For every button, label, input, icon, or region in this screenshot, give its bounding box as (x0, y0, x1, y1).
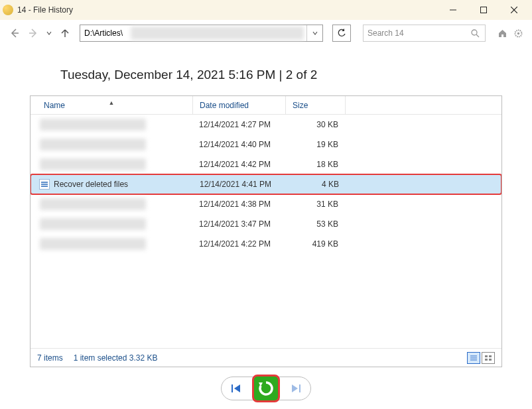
up-button[interactable] (58, 27, 72, 40)
file-name-redacted (40, 238, 146, 250)
table-row[interactable]: 12/14/2021 3:47 PM53 KB (31, 214, 501, 234)
table-row[interactable]: 12/14/2021 4:22 PM419 KB (31, 234, 501, 254)
file-size: 18 KB (285, 160, 345, 169)
svg-rect-14 (489, 355, 492, 357)
file-date: 12/14/2021 4:40 PM (192, 140, 285, 149)
chevron-down-icon (46, 30, 52, 36)
svg-rect-18 (299, 384, 300, 392)
maximize-icon (480, 7, 487, 13)
icons-view-button[interactable] (482, 352, 495, 364)
file-name-redacted (40, 139, 146, 150)
minimize-button[interactable] (438, 0, 468, 20)
address-redacted (131, 27, 304, 40)
file-size: 419 KB (285, 239, 345, 249)
column-rest (345, 96, 501, 114)
sort-asc-icon: ▲ (109, 99, 115, 106)
home-icon (498, 29, 507, 38)
file-date: 12/14/2021 4:27 PM (192, 120, 285, 129)
maximize-button[interactable] (468, 0, 499, 20)
page-title: Tuesday, December 14, 2021 5:16 PM | 2 o… (60, 68, 502, 82)
refresh-icon (337, 29, 346, 38)
column-date[interactable]: Date modified (192, 96, 285, 114)
file-list-pane: ▲ Name Date modified Size 12/14/2021 4:2… (30, 95, 502, 367)
table-row[interactable]: 12/14/2021 4:27 PM30 KB (31, 115, 501, 135)
svg-rect-17 (232, 384, 233, 392)
file-date: 12/14/2021 4:41 PM (193, 180, 286, 189)
file-size: 31 KB (285, 200, 345, 209)
minimize-icon (450, 7, 456, 13)
arrow-left-icon (9, 28, 20, 38)
file-size: 19 KB (285, 140, 345, 149)
gear-icon (513, 29, 523, 38)
file-size: 30 KB (285, 120, 345, 129)
app-icon (3, 5, 13, 15)
status-item-count: 7 items (37, 353, 63, 363)
nav-toolbar (0, 20, 532, 46)
forward-button[interactable] (27, 27, 40, 40)
document-icon (39, 179, 50, 190)
file-date: 12/14/2021 4:38 PM (192, 200, 285, 209)
column-headers: ▲ Name Date modified Size (31, 96, 501, 115)
details-view-icon (470, 355, 478, 361)
status-selected: 1 item selected 3.32 KB (74, 353, 158, 363)
file-date: 12/14/2021 4:22 PM (192, 239, 285, 249)
arrow-right-icon (28, 28, 38, 38)
svg-rect-13 (485, 355, 488, 357)
address-dropdown[interactable] (306, 25, 322, 41)
back-button[interactable] (8, 27, 21, 40)
next-icon (289, 384, 301, 393)
icons-view-icon (484, 355, 492, 361)
status-bar: 7 items 1 item selected 3.32 KB (31, 348, 501, 367)
home-button[interactable] (496, 27, 508, 39)
file-date: 12/14/2021 4:42 PM (192, 160, 285, 169)
svg-point-9 (517, 32, 519, 34)
details-view-button[interactable] (467, 352, 480, 364)
table-row[interactable]: 12/14/2021 4:38 PM31 KB (31, 194, 501, 214)
column-name[interactable]: ▲ Name (31, 101, 192, 110)
titlebar: 14 - File History (0, 0, 532, 20)
right-icons (496, 27, 524, 39)
restore-button[interactable] (252, 375, 280, 402)
file-size: 4 KB (286, 180, 346, 189)
refresh-button[interactable] (332, 25, 351, 42)
svg-point-6 (472, 30, 477, 35)
svg-rect-1 (481, 7, 487, 13)
previous-icon (231, 384, 243, 393)
close-icon (511, 7, 517, 13)
address-bar[interactable] (80, 25, 323, 42)
search-input[interactable] (364, 25, 471, 41)
svg-rect-16 (489, 359, 492, 361)
file-date: 12/14/2021 3:47 PM (192, 219, 285, 229)
arrow-up-icon (60, 29, 70, 38)
playback-controls (30, 377, 502, 400)
search-box[interactable] (363, 25, 486, 42)
search-icon (471, 29, 485, 38)
close-button[interactable] (499, 0, 529, 20)
file-name-redacted (40, 158, 146, 170)
column-size[interactable]: Size (285, 96, 345, 114)
file-name-redacted (40, 218, 146, 230)
table-row[interactable]: 12/14/2021 4:40 PM19 KB (31, 135, 501, 154)
previous-version-button[interactable] (226, 379, 248, 398)
restore-icon (257, 380, 275, 397)
table-row[interactable]: Recover deleted files12/14/2021 4:41 PM4… (31, 174, 501, 195)
svg-line-7 (476, 34, 479, 37)
recent-button[interactable] (45, 27, 53, 40)
file-name-redacted (40, 198, 146, 210)
chevron-down-icon (312, 30, 318, 36)
table-row[interactable]: 12/14/2021 4:42 PM18 KB (31, 154, 501, 174)
file-rows: 12/14/2021 4:27 PM30 KB12/14/2021 4:40 P… (31, 115, 501, 348)
next-version-button[interactable] (284, 379, 306, 398)
file-name: Recover deleted files (54, 180, 128, 189)
svg-rect-15 (485, 359, 488, 361)
settings-button[interactable] (512, 27, 524, 39)
window-title: 14 - File History (17, 5, 438, 15)
file-name-redacted (40, 119, 146, 131)
file-size: 53 KB (285, 219, 345, 229)
